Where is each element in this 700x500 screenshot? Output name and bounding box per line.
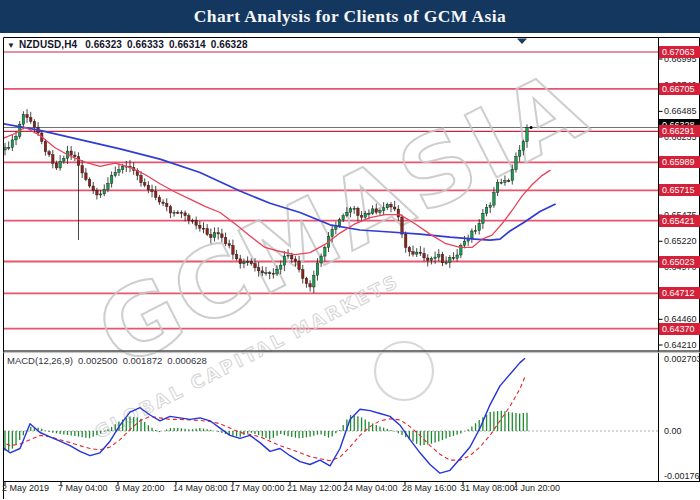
symbol-ohlc-header: ▼NZDUSD,H40.663230.663330.663140.66328 (7, 39, 253, 50)
price-level-label: 0.64370 (659, 323, 700, 335)
time-tick-label: 7 May 04:00 (58, 483, 108, 493)
macd-indicator-header: MACD(12,26,9)0.0025000.0018720.000628 (7, 355, 212, 366)
macd-signal-value: 0.001872 (123, 355, 163, 366)
price-level-label: 0.65421 (659, 215, 700, 227)
time-tick-label: 2 May 2019 (2, 483, 49, 493)
scroll-marker-icon (517, 39, 527, 45)
time-tick-label: 4 Jun 20:00 (513, 483, 560, 493)
quote-open: 0.66323 (85, 39, 122, 50)
symbol-timeframe: NZDUSD,H4 (19, 39, 77, 50)
time-tick-label: 14 May 08:00 (173, 483, 228, 493)
time-tick-label: 24 May 04:00 (343, 483, 398, 493)
price-level-label: 0.64712 (659, 287, 700, 299)
macd-label: MACD(12,26,9) (7, 355, 73, 366)
macd-plot (0, 358, 658, 473)
price-level-label: 0.65989 (659, 156, 700, 168)
price-level-label: 0.66291 (659, 125, 700, 137)
quote-low: 0.66314 (169, 39, 206, 50)
price-tick-label: 0.00 (664, 425, 682, 437)
price-tick-label: 0.66485 (664, 105, 697, 117)
price-tick-label: 0.64210 (664, 339, 697, 351)
time-tick-label: 9 May 20:00 (115, 483, 165, 493)
time-tick-label: 21 May 12:00 (287, 483, 342, 493)
price-tick-label: -0.001763 (664, 470, 700, 482)
watermark: GCMASIAGLOBAL CAPITAL MARKETS (80, 48, 606, 443)
symbol-dropdown-icon[interactable]: ▼ (7, 41, 15, 50)
quote-high: 0.66333 (127, 39, 164, 50)
price-level-label: 0.65715 (659, 184, 700, 196)
time-tick-label: 28 May 16:00 (402, 483, 457, 493)
price-tick-label: 0.002703 (664, 353, 700, 365)
macd-main-value: 0.002500 (78, 355, 118, 366)
price-tick-label: 0.65220 (664, 235, 697, 247)
quote-close: 0.66328 (211, 39, 248, 50)
price-level-label: 0.66705 (659, 83, 700, 95)
price-level-label: 0.67063 (659, 46, 700, 58)
chart-canvas[interactable]: GCMASIAGLOBAL CAPITAL MARKETS (0, 0, 700, 500)
price-level-label: 0.65023 (659, 256, 700, 268)
chart-window: Chart Analysis for Clients of GCM Asia G… (0, 0, 700, 500)
macd-hist-value: 0.000628 (167, 355, 207, 366)
time-tick-label: 31 May 08:00 (460, 483, 515, 493)
time-tick-label: 17 May 00:00 (230, 483, 285, 493)
